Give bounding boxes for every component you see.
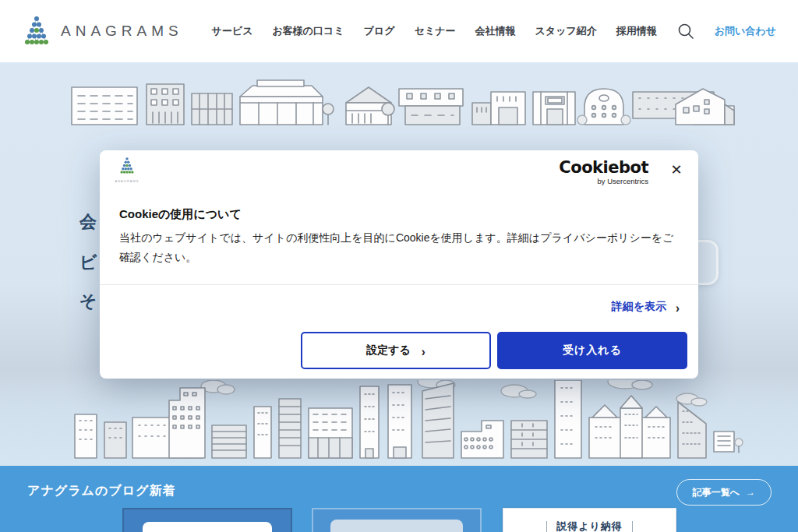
view-all-articles-button[interactable]: 記事一覧へ → [676, 479, 772, 506]
anagrams-logo-icon [22, 15, 51, 48]
nav-services[interactable]: サービス [212, 24, 253, 38]
nav-blog[interactable]: ブログ [364, 24, 395, 38]
buildings-illustration-skyline [65, 380, 743, 461]
blog-card[interactable]: 説得より納得 [503, 508, 676, 532]
cookie-dialog-body: 当社のウェブサイトでは、サイトの利便性向上を目的にCookieを使用します。詳細… [119, 228, 675, 266]
nav-contact[interactable]: お問い合わせ [715, 24, 776, 38]
nav-company[interactable]: 会社情報 [475, 24, 516, 38]
cookiebot-logo-subtext: by Usercentrics [559, 178, 648, 185]
close-icon[interactable]: ✕ [667, 160, 686, 179]
hidden-heading-char: そ [78, 290, 98, 313]
site-logo[interactable]: ANAGRAMS [22, 15, 183, 48]
cookiebot-logo-text: Cookiebot [559, 160, 648, 176]
nav-recruit[interactable]: 採用情報 [616, 24, 657, 38]
page: 会 ビ そ [0, 0, 798, 532]
title-decoration-bar [632, 521, 633, 532]
view-all-label: 記事一覧へ [693, 486, 740, 499]
anagrams-mini-logo: ANAGRAMS [111, 157, 143, 183]
site-header: ANAGRAMS サービス お客様の口コミ ブログ セミナー 会社情報 スタッフ… [0, 0, 798, 62]
blog-card[interactable] [122, 508, 292, 532]
blog-card-thumbnail [143, 522, 272, 532]
buildings-illustration-top [65, 76, 736, 129]
cookie-settings-button[interactable]: 設定する › [301, 332, 491, 369]
blog-card-thumbnail [330, 520, 463, 532]
blog-card-title: 説得より納得 [556, 520, 623, 532]
blog-card[interactable] [312, 508, 482, 532]
show-details-link[interactable]: 詳細を表示 › [612, 300, 680, 314]
dialog-divider [100, 284, 698, 285]
cookie-dialog-title: Cookieの使用について [119, 207, 242, 222]
blog-section-title: アナグラムのブログ新着 [27, 483, 175, 499]
cookie-accept-label: 受け入れる [563, 344, 622, 358]
cookie-settings-label: 設定する [366, 344, 411, 358]
cookiebot-logo: Cookiebot by Usercentrics [559, 160, 648, 185]
hidden-heading-char: ビ [78, 251, 98, 274]
main-nav: サービス お客様の口コミ ブログ セミナー 会社情報 スタッフ紹介 採用情報 お… [212, 22, 776, 41]
nav-testimonials[interactable]: お客様の口コミ [273, 24, 344, 38]
cookie-accept-button[interactable]: 受け入れる [497, 332, 687, 369]
cookie-dialog-buttons: 設定する › 受け入れる [301, 332, 687, 369]
site-logo-text: ANAGRAMS [61, 23, 183, 40]
chevron-right-icon: › [422, 343, 425, 358]
cookie-dialog-header: ANAGRAMS Cookiebot by Usercentrics ✕ [100, 150, 698, 191]
cookie-consent-dialog: ANAGRAMS Cookiebot by Usercentrics ✕ Coo… [100, 150, 698, 379]
hidden-heading-char: 会 [78, 210, 98, 234]
arrow-right-icon: → [746, 487, 755, 498]
blog-cards-row: 説得より納得 [0, 508, 798, 532]
title-decoration-bar [546, 521, 547, 532]
nav-seminar[interactable]: セミナー [415, 24, 456, 38]
search-icon[interactable] [676, 22, 695, 41]
anagrams-mini-logo-text: ANAGRAMS [111, 179, 143, 183]
show-details-label: 詳細を表示 [612, 300, 666, 314]
chevron-right-icon: › [676, 299, 680, 315]
nav-staff[interactable]: スタッフ紹介 [535, 24, 597, 38]
